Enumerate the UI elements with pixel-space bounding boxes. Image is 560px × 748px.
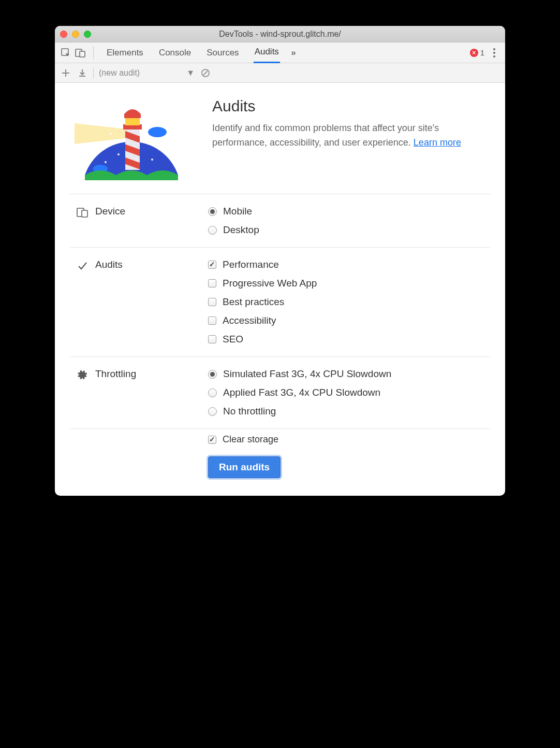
svg-point-13 (151, 159, 153, 161)
option-label: Best practices (223, 296, 284, 308)
devtools-tabbar: Elements Console Sources Audits » × 1 (55, 42, 505, 63)
option-label: Desktop (223, 224, 259, 236)
clear-storage-checkbox[interactable] (208, 436, 216, 444)
audit-seo-option[interactable]: SEO (208, 334, 317, 345)
traffic-lights (60, 31, 91, 38)
throttling-label: Throttling (95, 368, 136, 380)
device-desktop-option[interactable]: Desktop (208, 224, 259, 236)
device-mobile-radio[interactable] (208, 207, 217, 216)
throttle-applied-option[interactable]: Applied Fast 3G, 4x CPU Slowdown (208, 387, 391, 398)
svg-point-4 (493, 52, 495, 54)
option-label: Progressive Web App (223, 278, 317, 289)
throttle-sim-option[interactable]: Simulated Fast 3G, 4x CPU Slowdown (208, 368, 391, 380)
svg-point-10 (117, 153, 120, 155)
clear-storage-option[interactable]: Clear storage (208, 434, 491, 445)
close-window-button[interactable] (60, 31, 67, 38)
audits-panel: Audits Identify and fix common problems … (55, 83, 505, 496)
minimize-window-button[interactable] (72, 31, 79, 38)
svg-rect-26 (82, 210, 87, 217)
audit-pwa-checkbox[interactable] (208, 279, 216, 287)
audit-pwa-option[interactable]: Progressive Web App (208, 278, 317, 289)
option-label: SEO (223, 334, 243, 345)
divider (93, 67, 94, 79)
audit-performance-checkbox[interactable] (208, 261, 216, 269)
gear-icon (77, 369, 88, 381)
hero: Audits Identify and fix common problems … (69, 97, 491, 194)
svg-point-12 (159, 148, 161, 150)
error-icon: × (470, 49, 478, 57)
svg-point-11 (146, 138, 148, 140)
device-label: Device (95, 206, 125, 217)
svg-point-3 (493, 48, 495, 50)
window-title: DevTools - wind-sprout.glitch.me/ (55, 30, 505, 39)
option-label: Mobile (223, 206, 252, 217)
audit-select-value: (new audit) (99, 68, 140, 78)
option-label: Simulated Fast 3G, 4x CPU Slowdown (223, 368, 391, 380)
svg-point-8 (99, 143, 101, 145)
audit-select[interactable]: (new audit) ▼ (99, 68, 195, 78)
svg-marker-7 (75, 123, 130, 144)
option-label: Accessibility (223, 315, 276, 326)
audit-performance-option[interactable]: Performance (208, 259, 317, 270)
svg-marker-19 (125, 128, 140, 170)
option-label: No throttling (223, 406, 276, 417)
checkmark-icon (77, 260, 88, 271)
tab-elements[interactable]: Elements (106, 42, 144, 63)
page-title: Audits (212, 97, 491, 115)
run-audits-button[interactable]: Run audits (208, 456, 281, 478)
tab-sources[interactable]: Sources (205, 42, 240, 63)
audit-best-option[interactable]: Best practices (208, 296, 317, 308)
svg-point-5 (493, 55, 495, 57)
audit-a11y-option[interactable]: Accessibility (208, 315, 317, 326)
audit-a11y-checkbox[interactable] (208, 317, 216, 325)
hero-text: Audits Identify and fix common problems … (212, 97, 491, 150)
description-text: Identify and fix common problems that af… (212, 123, 439, 148)
more-tabs-icon[interactable]: » (287, 48, 300, 58)
new-audit-icon[interactable] (60, 67, 71, 79)
option-label: Clear storage (223, 434, 278, 445)
learn-more-link[interactable]: Learn more (414, 137, 461, 148)
clear-icon[interactable] (200, 67, 211, 79)
page-description: Identify and fix common problems that af… (212, 121, 491, 150)
throttle-none-option[interactable]: No throttling (208, 406, 391, 417)
audits-toolbar: (new audit) ▼ (55, 63, 505, 83)
throttle-applied-radio[interactable] (208, 389, 217, 397)
chevron-down-icon: ▼ (186, 68, 195, 78)
option-label: Performance (223, 259, 279, 270)
tab-audits[interactable]: Audits (254, 42, 280, 63)
device-icon (77, 207, 88, 218)
throttle-sim-radio[interactable] (208, 370, 217, 379)
zoom-window-button[interactable] (84, 31, 91, 38)
svg-rect-23 (125, 117, 140, 125)
inspect-icon[interactable] (59, 46, 72, 60)
section-throttling: Throttling Simulated Fast 3G, 4x CPU Slo… (69, 357, 491, 429)
svg-point-14 (105, 161, 107, 163)
option-label: Applied Fast 3G, 4x CPU Slowdown (223, 387, 380, 398)
devtools-window: DevTools - wind-sprout.glitch.me/ Elemen… (55, 26, 505, 496)
audit-seo-checkbox[interactable] (208, 335, 216, 343)
device-toggle-icon[interactable] (73, 46, 87, 60)
settings-menu-icon[interactable] (488, 48, 501, 57)
titlebar: DevTools - wind-sprout.glitch.me/ (55, 26, 505, 42)
svg-point-16 (148, 127, 167, 137)
throttle-none-radio[interactable] (208, 407, 217, 416)
device-mobile-option[interactable]: Mobile (208, 206, 259, 217)
audit-best-checkbox[interactable] (208, 298, 216, 306)
error-badge[interactable]: × 1 (470, 48, 484, 57)
lighthouse-illustration (69, 97, 194, 180)
download-icon[interactable] (77, 67, 88, 79)
run-row: Clear storage Run audits (69, 429, 491, 478)
svg-rect-2 (80, 51, 85, 57)
svg-point-9 (110, 133, 112, 135)
svg-rect-24 (124, 114, 141, 118)
error-count: 1 (480, 48, 484, 57)
tab-console[interactable]: Console (158, 42, 192, 63)
divider (93, 47, 94, 59)
section-audits: Audits Performance Progressive Web App B… (69, 248, 491, 357)
audits-label: Audits (95, 259, 123, 270)
section-device: Device Mobile Desktop (69, 194, 491, 248)
device-desktop-radio[interactable] (208, 226, 217, 235)
